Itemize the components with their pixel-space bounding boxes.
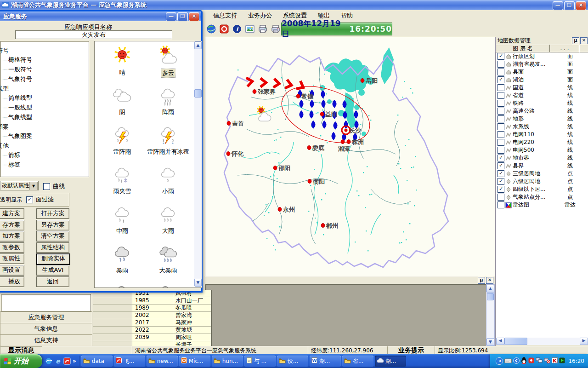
dialog-minimize-button[interactable]: — (166, 12, 176, 21)
layer-checkbox[interactable]: ✓ (498, 178, 504, 185)
layer-checkbox[interactable] (498, 108, 504, 115)
layers-hscrollbar[interactable]: ◀ ▶ (496, 338, 588, 345)
symbol-cloud-storm2[interactable]: 大暴雨 (144, 243, 192, 275)
layer-row-雷达图[interactable]: 雷达图雷达 (496, 201, 588, 209)
project-name-input[interactable]: 火灾发布 (15, 30, 172, 39)
dialog-restore-button[interactable]: ❐ (177, 12, 188, 21)
tree-group-1[interactable]: 线型 (0, 84, 89, 93)
taskbar-clock[interactable]: 16:20 (568, 358, 584, 364)
tree-item-1-0[interactable]: ····· 简单线型 (2, 93, 89, 103)
layer-row-水系线[interactable]: 水系线线 (496, 123, 588, 131)
default-attr-combo[interactable]: 改默认属性▼ (0, 181, 39, 190)
table-row[interactable]: 1989冬瓜咀 (93, 305, 211, 312)
layer-row-地形[interactable]: 地形线 (496, 115, 588, 123)
symbol-cloud-rain1[interactable]: 小雨 (144, 164, 192, 196)
business-hint-cell[interactable]: 业务提示 (388, 346, 435, 355)
menu-item-0[interactable]: 信息支持 (208, 10, 243, 21)
layer-row-地市界[interactable]: ✓地市界线 (496, 154, 588, 162)
symbol-cloud-lightning-hail[interactable]: 雷阵雨并有冰雹 (144, 124, 192, 156)
map-panel[interactable]: 岳阳张家界常德益阳长沙株洲湘潭娄底吉首怀化邵阳衡阳永州郴州 (205, 37, 496, 277)
print-icon[interactable] (257, 23, 268, 34)
table-row[interactable]: 1985水口山一厂 (93, 297, 211, 305)
face-filter-checkbox[interactable]: ✓面过滤 (25, 196, 54, 204)
layer-row-县界[interactable]: ✓县界线 (496, 162, 588, 170)
layer-checkbox[interactable]: ✓ (498, 186, 504, 193)
layer-row-行政区划[interactable]: ✓行政区划面 (496, 52, 588, 60)
symbol-cloud-rain3[interactable]: 大雨 (144, 203, 192, 235)
show-message-cell[interactable]: 显示消息 (0, 346, 42, 355)
symbol-cloud-shower[interactable]: 阵雨 (144, 85, 192, 116)
player-icon[interactable] (559, 357, 565, 365)
layer-checkbox[interactable]: ✓ (498, 155, 504, 161)
layer-row-铁路[interactable]: 铁路线 (496, 99, 588, 107)
taskbar-task-data[interactable]: data (81, 356, 113, 367)
tree-item-3-1[interactable]: ····· 标签 (2, 160, 89, 170)
tree-group-2[interactable]: 图案 (0, 122, 89, 132)
taskbar-task-省...[interactable]: 省... (342, 356, 373, 367)
tree-item-0-0[interactable]: ····· 栅格符号 (2, 55, 89, 65)
layer-extra-column-header[interactable] (579, 45, 588, 52)
symbol-cloud-storm[interactable]: 暴雨 (98, 243, 146, 275)
dialog-button-画设置[interactable]: 画设置 (0, 265, 24, 276)
symbol-sun-cloud[interactable]: 多云 (144, 45, 192, 78)
browser-icon[interactable]: e (54, 357, 62, 365)
minimize-button[interactable]: — (553, 1, 563, 10)
pin-icon[interactable]: µ (572, 37, 579, 44)
table-row[interactable]: 2017马家冲 (93, 319, 211, 327)
dialog-close-button[interactable]: ✕ (189, 12, 199, 21)
layer-checkbox[interactable] (498, 84, 504, 91)
layer-row-湖南省易发...[interactable]: 湖南省易发...面 (496, 60, 588, 68)
layer-checkbox[interactable]: ✓ (498, 170, 504, 177)
keyboard-icon[interactable] (504, 358, 512, 365)
layer-checkbox[interactable] (498, 131, 504, 138)
table-row[interactable]: 2039周家咀 (93, 334, 211, 341)
map-weather-symbol[interactable] (254, 105, 273, 124)
scroll-down-icon[interactable]: ▼ (194, 279, 202, 287)
symbols-scrollbar[interactable]: ▲ ▼ (194, 41, 202, 287)
dialog-button-另存方案[interactable]: 另存方案 (36, 220, 69, 230)
symbol-cloud-lightning[interactable]: 雷阵雨 (98, 124, 146, 156)
table-row[interactable]: 2022黄坡塘 (93, 327, 211, 334)
info-icon[interactable]: i (232, 23, 243, 34)
close-panel-icon[interactable]: ✕ (486, 277, 493, 284)
app-icon[interactable] (63, 357, 71, 365)
layer-row-六级居民地[interactable]: ✓六级居民地点 (496, 178, 588, 185)
dialog-button-改属性[interactable]: 改属性 (0, 253, 24, 264)
tree-item-0-1[interactable]: ····· 一般符号 (2, 65, 89, 75)
layer-checkbox[interactable]: ✓ (498, 76, 504, 83)
layer-row-气象站点分...[interactable]: 气象站点分...点 (496, 193, 588, 201)
dialog-button-生成AVI[interactable]: 生成AVI (36, 265, 69, 276)
dialog-button-属性结构[interactable]: 属性结构 (36, 242, 69, 253)
image-icon[interactable] (244, 23, 255, 34)
stop-icon[interactable] (219, 23, 230, 34)
info-support-button[interactable]: 信息支持 (0, 334, 92, 347)
layer-row-电网500[interactable]: 电网500线 (496, 146, 588, 154)
globe-icon[interactable] (206, 23, 217, 34)
taskbar-task-设...[interactable]: 设... (277, 356, 308, 367)
dialog-button-存方案[interactable]: 存方案 (0, 220, 24, 230)
weather-info-button[interactable]: 气象信息 (0, 323, 92, 335)
symbol-cloud-sleet[interactable]: 雨夹雪 (98, 164, 146, 196)
network-off-icon[interactable] (544, 357, 550, 365)
maximize-button[interactable]: ❐ (564, 1, 575, 10)
scroll-down-icon[interactable]: ▼ (486, 338, 494, 346)
qq-penguin-icon[interactable] (521, 357, 527, 365)
layer-name-column-header[interactable]: 图 层 名 (496, 45, 550, 52)
symbol-sun[interactable]: 晴 (98, 45, 146, 77)
dialog-button-加方案[interactable]: 加方案 (0, 231, 24, 242)
dialog-titlebar[interactable]: 应急服务 — ❐ ✕ (0, 12, 201, 21)
scroll-up-icon[interactable]: ▲ (486, 285, 494, 293)
layer-row-三级居民地[interactable]: ✓三级居民地点 (496, 170, 588, 178)
transparent-label[interactable]: 透明显示 (0, 196, 22, 204)
taskbar-task-new...[interactable]: new... (147, 356, 178, 367)
close-button[interactable]: ✕ (576, 1, 586, 10)
layer-row-国道[interactable]: 国道线 (496, 84, 588, 92)
layer-row-高速公路[interactable]: 高速公路线 (496, 107, 588, 115)
dialog-button-打开方案[interactable]: 打开方案 (36, 208, 69, 219)
layer-row-电网220[interactable]: 电网220线 (496, 138, 588, 146)
taskbar-task-Mic...[interactable]: Mic... (179, 356, 210, 367)
table-row[interactable]: 长塘子 (93, 341, 211, 346)
layer-more-column-header[interactable]: . . . (550, 45, 579, 52)
message-vscrollbar[interactable]: ▲ ▼ (486, 284, 495, 346)
layer-checkbox[interactable] (498, 201, 504, 208)
